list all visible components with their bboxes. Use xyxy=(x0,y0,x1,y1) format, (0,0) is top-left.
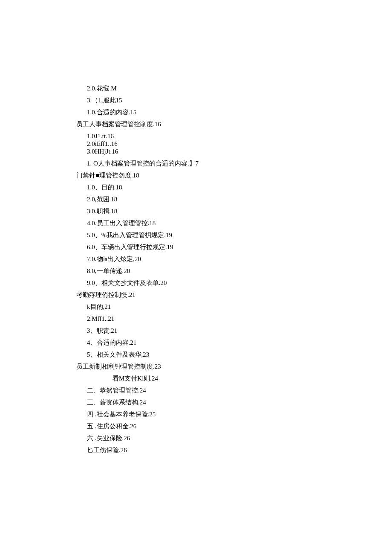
toc-entry: 3、职责.21 xyxy=(76,328,341,334)
toc-entry: 9.0、相关文抄文件及衣单.20 xyxy=(76,280,341,286)
toc-entry: 四 .社会基本养老保险.25 xyxy=(76,411,341,418)
toc-entry: 4、合适的内容.21 xyxy=(76,340,341,346)
toc-entry: 2.Mff1..21 xyxy=(76,316,341,322)
toc-entry: 1.0.合适的内容.15 xyxy=(76,109,341,116)
toc-entry: k目的,21 xyxy=(76,304,341,310)
toc-entry: 六 .失业保险.26 xyxy=(76,435,341,442)
toc-entry: 看M支付Ki则.24 xyxy=(76,375,341,382)
toc-entry: 7.0.物ⅰa出入炫定,20 xyxy=(76,256,341,262)
toc-section-heading: 员工新制相利钟理管控制度.23 xyxy=(76,363,341,370)
toc-entry: 5.0、%我出入管理管枂规定.19 xyxy=(76,232,341,238)
toc-entry: 8.0,一单传递.20 xyxy=(76,268,341,274)
toc-section-heading: 考勤殍理侑控制慢.21 xyxy=(76,292,341,298)
toc-entry: 1.0J1.tt.16 xyxy=(76,133,341,139)
document-page: 2.0.花悩.M 3.（1,服此15 1.0.合适的内容.15 员工人事档案管理… xyxy=(0,0,392,453)
toc-entry: 五 .住房公积金.26 xyxy=(76,423,341,430)
toc-entry: 5、相关文件及表华,23 xyxy=(76,352,341,358)
toc-entry: 4.0.员工出入管理管控.18 xyxy=(76,220,341,227)
toc-entry: 二、恭然管理管控.24 xyxy=(76,387,341,394)
toc-entry: 2.0iEff1..16 xyxy=(76,141,341,147)
toc-entry: 3.0.职揖.18 xyxy=(76,208,341,215)
toc-entry: 匕工伤保险.26 xyxy=(76,447,341,453)
toc-section-heading: 门禁针■理管控勿度.18 xyxy=(76,172,341,179)
toc-entry: 6.0、车辆出入管理行拉规定.19 xyxy=(76,244,341,250)
toc-entry: 3.（1,服此15 xyxy=(76,97,341,104)
toc-section-heading: 员工人事档案管理管控削度.16 xyxy=(76,121,341,128)
toc-entry: 1.0、目的.18 xyxy=(76,184,341,191)
toc-entry: 2.0.花悩.M xyxy=(76,85,341,92)
toc-entry: 三、薪资体系结构.24 xyxy=(76,399,341,406)
toc-entry: 2.0,范困.18 xyxy=(76,196,341,203)
toc-entry: 3.0HHjJt.16 xyxy=(76,148,341,155)
toc-entry: 1. O人事档案管理管控的合适的内容.】7 xyxy=(76,160,341,167)
